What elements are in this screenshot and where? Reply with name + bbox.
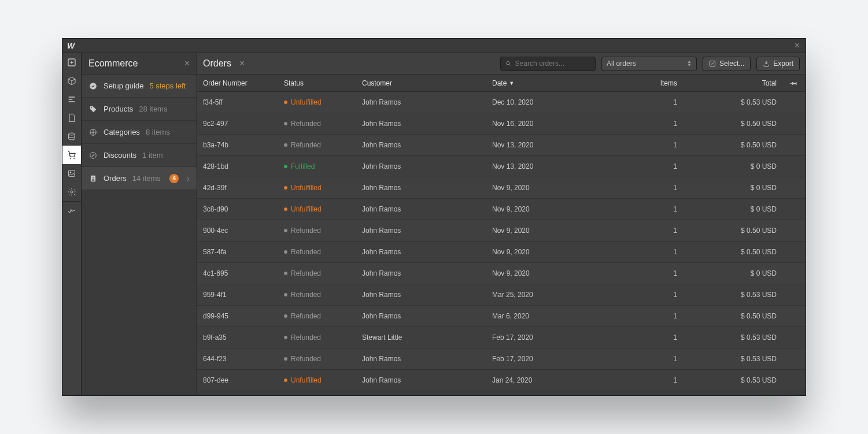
cell-order: 3c8-d90 [197,205,278,213]
select-arrows-icon: ▲▼ [687,60,692,67]
cell-status: Refunded [278,141,356,149]
cell-items: 1 [608,141,683,149]
status-dot-icon [284,143,287,147]
cell-customer: John Ramos [356,269,486,277]
search-icon [505,60,512,67]
discount-icon [88,151,98,160]
cell-order: 807-dee [197,376,278,384]
status-text: Unfulfilled [291,376,322,384]
cms-icon[interactable] [62,127,81,146]
panel-close-icon[interactable]: × [239,58,245,69]
svg-point-5 [70,172,72,173]
cell-total: $ 0.50 USD [683,120,782,128]
table-row[interactable]: 644-f23RefundedJohn RamosFeb 17, 20201$ … [197,348,806,370]
discounts-count: 1 item [142,151,162,159]
cell-order: 4c1-695 [197,269,278,277]
cell-status: Refunded [278,355,356,363]
cell-items: 1 [608,269,683,277]
svg-point-6 [71,191,73,193]
col-status[interactable]: Status [278,79,356,87]
status-text: Refunded [291,333,321,342]
cell-total: $ 0.53 USD [683,355,782,363]
select-button[interactable]: Select... [703,57,751,71]
status-text: Unfulfilled [291,205,322,213]
cell-customer: John Ramos [356,291,486,299]
cell-items: 1 [608,162,683,170]
cell-order: 900-4ec [197,227,278,235]
cell-customer: John Ramos [356,120,486,128]
cell-customer: John Ramos [356,162,486,170]
sidebar-item-categories[interactable]: Categories 8 items [82,121,197,144]
cell-date: Nov 9, 2020 [486,248,608,256]
app-window: W × Ecommerce × Setup guide 5 s [62,38,806,396]
sidebar-item-setup[interactable]: Setup guide 5 steps left [82,75,197,98]
orders-table: Order Number Status Customer Date▼ Items… [197,75,806,395]
cell-order: 9c2-497 [197,120,278,128]
checkbox-icon [709,60,716,67]
table-row[interactable]: 9c2-497RefundedJohn RamosNov 16, 20201$ … [197,113,806,135]
col-customer[interactable]: Customer [356,79,486,87]
export-button-label: Export [773,60,793,68]
cell-status: Unfulfilled [278,184,356,192]
sidebar-item-orders[interactable]: Orders 14 items 4 › [82,167,197,190]
select-button-label: Select... [719,60,744,68]
box-icon[interactable] [62,72,81,90]
status-dot-icon [284,207,287,211]
search-input[interactable] [515,60,590,68]
table-row[interactable]: 900-4ecRefundedJohn RamosNov 9, 20201$ 0… [197,220,806,242]
assets-icon[interactable] [62,164,81,183]
cell-total: $ 0.50 USD [683,312,782,320]
products-label: Products [104,105,133,113]
setup-label: Setup guide [104,81,143,90]
cell-date: Nov 13, 2020 [486,141,608,149]
pin-column-icon[interactable] [782,79,806,87]
table-row[interactable]: b3a-74bRefundedJohn RamosNov 13, 20201$ … [197,135,806,156]
table-row[interactable]: b9f-a35RefundedStewart LittleFeb 17, 202… [197,327,806,348]
status-dot-icon [284,186,287,190]
col-order[interactable]: Order Number [197,79,278,87]
sidebar-close-icon[interactable]: × [184,58,190,69]
ecommerce-icon[interactable] [62,146,81,164]
col-total[interactable]: Total [683,79,782,87]
settings-icon[interactable] [62,183,81,201]
table-row[interactable]: f34-5ffUnfulfilledJohn RamosDec 10, 2020… [197,92,806,113]
table-row[interactable]: 4c1-695RefundedJohn RamosNov 9, 20201$ 0… [197,263,806,284]
cell-date: Nov 9, 2020 [486,205,608,213]
title-bar: W × [62,39,806,53]
cell-date: Feb 17, 2020 [486,333,608,342]
col-items[interactable]: Items [608,79,683,87]
cell-date: Mar 25, 2020 [486,291,608,299]
cell-items: 1 [608,355,683,363]
cell-items: 1 [608,248,683,256]
table-row[interactable]: 42d-39fUnfulfilledJohn RamosNov 9, 20201… [197,177,806,199]
cell-date: Feb 17, 2020 [486,355,608,363]
categories-count: 8 items [146,128,170,136]
search-box[interactable] [500,57,596,71]
cell-date: Nov 9, 2020 [486,269,608,277]
pages-icon[interactable] [62,109,81,127]
export-button[interactable]: Export [756,57,800,71]
cell-status: Unfulfilled [278,98,356,106]
status-text: Refunded [291,248,321,256]
status-text: Unfulfilled [291,184,322,192]
close-icon[interactable]: × [795,40,806,51]
sidebar-item-discounts[interactable]: Discounts 1 item [82,144,197,167]
svg-point-3 [73,158,75,159]
table-row[interactable]: 587-4faRefundedJohn RamosNov 9, 20201$ 0… [197,242,806,263]
add-panel-icon[interactable] [62,53,81,72]
order-filter-dropdown[interactable]: All orders ▲▼ [601,57,697,71]
cell-date: Nov 16, 2020 [486,120,608,128]
table-row[interactable]: 428-1bdFulfilledJohn RamosNov 13, 20201$… [197,156,806,177]
table-row[interactable]: 959-4f1RefundedJohn RamosMar 25, 20201$ … [197,284,806,306]
cell-customer: John Ramos [356,312,486,320]
audit-icon[interactable] [62,202,81,220]
navigator-icon[interactable] [62,90,81,109]
sidebar-title: Ecommerce [88,58,138,69]
cell-status: Refunded [278,269,356,277]
table-row[interactable]: 3c8-d90UnfulfilledJohn RamosNov 9, 20201… [197,199,806,220]
cell-total: $ 0.53 USD [683,98,782,106]
table-row[interactable]: d99-945RefundedJohn RamosMar 6, 20201$ 0… [197,306,806,327]
sidebar-item-products[interactable]: Products 28 items [82,98,197,121]
table-row[interactable]: 807-deeUnfulfilledJohn RamosJan 24, 2020… [197,370,806,391]
col-date[interactable]: Date▼ [486,79,608,87]
